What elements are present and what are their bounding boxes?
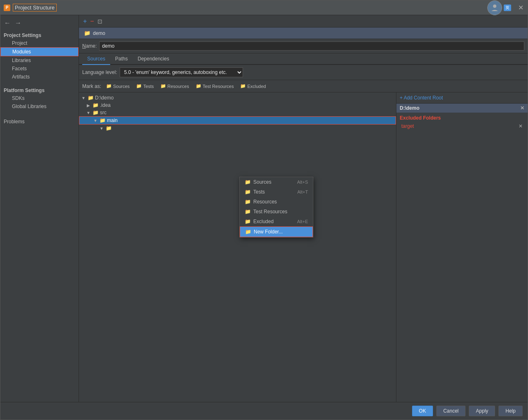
sources-folder-icon: 📁 [106,83,112,89]
ctx-excluded[interactable]: 📁 Excluded Alt+E [240,217,313,226]
excluded-folders-label: Excluded Folders [400,115,524,121]
tree-item-label: src [100,110,107,115]
right-panel-toolbar: + Add Content Root [396,92,528,104]
resources-folder-icon: 📁 [160,83,166,89]
platform-settings-label: Platform Settings [0,84,79,94]
app-icon: P [4,5,10,11]
ctx-test-resources[interactable]: 📁 Test Resources [240,207,313,217]
svg-point-0 [493,5,496,8]
add-module-button[interactable]: + [82,17,88,25]
sidebar-item-libraries[interactable]: Libraries [0,56,79,65]
ctx-new-folder[interactable]: 📁 New Folder... [240,226,313,237]
sidebar-item-project[interactable]: Project [0,39,79,47]
project-structure-window: P Project Structure 英 ✕ ← → Project Sett… [0,0,528,420]
excluded-remove-button[interactable]: ✕ [519,123,523,129]
problems-section: Problems [0,114,79,126]
main-content: ← → Project Settings Project Modules Lib… [0,15,528,402]
sidebar-item-sdks[interactable]: SDKs [0,94,79,102]
window-title: Project Structure [13,4,57,12]
sidebar: ← → Project Settings Project Modules Lib… [0,15,79,402]
folder-icon: 📁 [93,110,99,115]
mark-tests-button[interactable]: 📁 Tests [134,83,155,90]
module-list-item[interactable]: 📁 demo [79,28,528,39]
tab-paths[interactable]: Paths [110,53,133,65]
name-label: Name: [82,43,97,49]
module-name-input[interactable] [99,42,524,51]
tree-item-main-sub[interactable]: ▼ 📁 [79,125,396,132]
forward-button[interactable]: → [14,18,23,28]
title-bar: P Project Structure 英 ✕ [0,0,528,15]
ctx-resources[interactable]: 📁 Resources [240,197,313,207]
mark-resources-button[interactable]: 📁 Resources [159,83,191,90]
tree-arrow: ▼ [93,118,98,123]
ctx-tests[interactable]: 📁 Tests Alt+T [240,187,313,197]
ctx-excluded-icon: 📁 [245,219,251,224]
sidebar-item-global-libraries[interactable]: Global Libraries [0,102,79,111]
mark-as-label: Mark as: [82,83,101,89]
tree-arrow: ▼ [81,96,86,100]
tree-item-label: D:\demo [95,95,113,101]
center-toolbar: + − ⊡ [79,15,528,28]
excluded-section: Excluded Folders target ✕ [396,113,528,132]
ctx-test-resources-icon: 📁 [245,209,251,215]
help-button[interactable]: Help [498,406,523,416]
sidebar-item-modules[interactable]: Modules [0,47,79,56]
cancel-button[interactable]: Cancel [436,406,465,416]
close-button[interactable]: ✕ [518,4,523,12]
sidebar-toolbar: ← → [0,17,79,29]
copy-module-button[interactable]: ⊡ [97,17,103,25]
sidebar-divider [0,81,79,84]
apply-button[interactable]: Apply [469,406,495,416]
tab-dependencies[interactable]: Dependencies [133,53,174,65]
content-root-close-button[interactable]: ✕ [520,105,524,111]
folder-icon: 📁 [88,95,94,101]
ctx-resources-icon: 📁 [245,199,251,205]
lang-label: Language level: [82,69,117,75]
tree-item-src[interactable]: ▼ 📁 src [79,109,396,116]
tree-item-label: main [107,118,118,123]
bottom-bar: OK Cancel Apply Help [0,402,528,420]
avatar-badge: 英 [504,5,511,11]
tree-item-label: .idea [100,102,111,108]
avatar-area: 英 [487,0,511,15]
folder-icon: 📁 [100,118,106,123]
folder-icon: 📁 [93,102,99,108]
back-button[interactable]: ← [3,18,12,28]
sidebar-divider-2 [0,111,79,114]
mark-sources-button[interactable]: 📁 Sources [104,83,131,90]
project-settings-label: Project Settings [0,29,79,39]
ok-button[interactable]: OK [412,406,433,416]
content-root-path: D:\demo [400,105,419,111]
tree-item-idea[interactable]: ▶ 📁 .idea [79,102,396,109]
folder-icon: 📁 [106,125,112,131]
avatar [487,0,502,15]
excluded-folder-icon: 📁 [240,83,246,89]
right-panel: + Add Content Root D:\demo ✕ Excluded Fo… [396,92,528,402]
language-level-select[interactable]: 5.0 - 'enum' keyword, generics, autoboxi… [120,67,243,77]
add-content-root-button[interactable]: + Add Content Root [400,95,443,101]
center-panel: + − ⊡ 📁 demo Name: [79,15,528,402]
tree-item-main[interactable]: ▼ 📁 main [79,116,396,125]
lang-bar: Language level: 5.0 - 'enum' keyword, ge… [79,65,528,80]
tabs-bar: Sources Paths Dependencies [79,53,528,65]
remove-module-button[interactable]: − [89,17,95,25]
excluded-item-target: target ✕ [400,122,524,130]
tree-arrow: ▶ [86,103,91,108]
context-menu: 📁 Sources Alt+S 📁 Tests Alt+T [239,177,313,238]
tab-sources[interactable]: Sources [82,53,110,65]
sidebar-item-facets[interactable]: Facets [0,65,79,73]
tree-item-demo-root[interactable]: ▼ 📁 D:\demo [79,94,396,102]
mark-test-resources-button[interactable]: 📁 Test Resources [194,83,236,90]
ctx-new-folder-icon: 📁 [245,229,251,235]
name-bar: Name: [79,39,528,53]
excluded-item-name: target [401,123,414,129]
sidebar-item-artifacts[interactable]: Artifacts [0,73,79,81]
sidebar-item-problems[interactable]: Problems [4,119,25,125]
mark-excluded-button[interactable]: 📁 Excluded [239,83,267,90]
content-root-header: D:\demo ✕ [396,104,528,113]
tree-arrow: ▼ [86,111,91,115]
tree-panel: ▼ 📁 D:\demo ▶ 📁 .idea ▼ 📁 src [79,92,396,402]
ctx-sources[interactable]: 📁 Sources Alt+S [240,177,313,187]
test-resources-folder-icon: 📁 [196,83,201,89]
module-icon: 📁 [84,30,90,36]
